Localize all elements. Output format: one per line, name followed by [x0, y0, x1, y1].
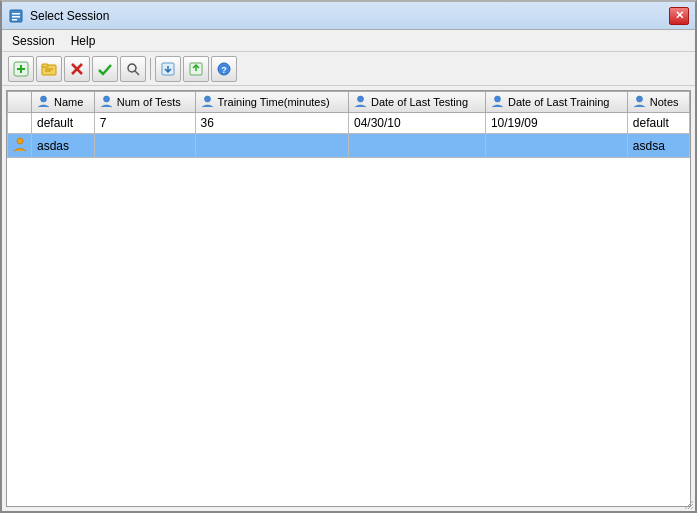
cell-last-training: 10/19/09	[485, 113, 627, 134]
last-testing-col-icon	[354, 95, 368, 109]
svg-point-22	[103, 96, 109, 102]
svg-point-21	[41, 96, 47, 102]
col-label-num-tests: Num of Tests	[117, 96, 181, 108]
table-container[interactable]: Name Num of Te	[6, 90, 691, 507]
col-label-last-training: Date of Last Training	[508, 96, 610, 108]
export-button[interactable]	[155, 56, 181, 82]
import-button[interactable]	[183, 56, 209, 82]
cell-training-time	[195, 134, 348, 158]
svg-line-14	[135, 71, 139, 75]
delete-button[interactable]	[64, 56, 90, 82]
row-icon-cell	[8, 113, 32, 134]
col-header-training-time[interactable]: Training Time(minutes)	[195, 92, 348, 113]
col-label-training-time: Training Time(minutes)	[218, 96, 330, 108]
row-icon-cell	[8, 134, 32, 158]
menu-session[interactable]: Session	[6, 33, 61, 49]
menu-bar: Session Help	[2, 30, 695, 52]
notes-col-icon	[633, 95, 647, 109]
training-time-col-icon	[201, 95, 215, 109]
search-button[interactable]	[120, 56, 146, 82]
cell-num-tests: 7	[94, 113, 195, 134]
cell-name: asdas	[32, 134, 95, 158]
svg-rect-2	[12, 16, 20, 18]
col-header-last-training[interactable]: Date of Last Training	[485, 92, 627, 113]
svg-line-30	[691, 507, 693, 509]
menu-help[interactable]: Help	[65, 33, 102, 49]
cell-last-testing	[348, 134, 485, 158]
svg-point-25	[494, 96, 500, 102]
table-row[interactable]: default 7 36 04/30/10 10/19/09 default	[8, 113, 690, 134]
content-area: Name Num of Te	[2, 86, 695, 511]
help-button[interactable]: ?	[211, 56, 237, 82]
title-bar-left: Select Session	[8, 8, 109, 24]
toolbar-separator-1	[150, 58, 151, 80]
window-title: Select Session	[30, 9, 109, 23]
svg-rect-3	[12, 19, 17, 21]
close-button[interactable]: ✕	[669, 7, 689, 25]
cell-name: default	[32, 113, 95, 134]
main-window: Select Session ✕ Session Help	[0, 0, 697, 513]
svg-point-27	[17, 138, 23, 144]
cell-notes: asdsa	[627, 134, 689, 158]
col-header-notes[interactable]: Notes	[627, 92, 689, 113]
col-header-name[interactable]: Name	[32, 92, 95, 113]
cell-last-training	[485, 134, 627, 158]
open-button[interactable]	[36, 56, 62, 82]
window-icon	[8, 8, 24, 24]
toolbar: ?	[2, 52, 695, 86]
svg-rect-8	[42, 64, 48, 67]
table-header-row: Name Num of Te	[8, 92, 690, 113]
title-bar: Select Session ✕	[2, 2, 695, 30]
cell-last-testing: 04/30/10	[348, 113, 485, 134]
resize-handle[interactable]	[683, 499, 695, 511]
svg-point-23	[204, 96, 210, 102]
svg-point-26	[636, 96, 642, 102]
add-button[interactable]	[8, 56, 34, 82]
session-table: Name Num of Te	[7, 91, 690, 158]
cell-notes: default	[627, 113, 689, 134]
svg-point-24	[357, 96, 363, 102]
col-header-num-tests[interactable]: Num of Tests	[94, 92, 195, 113]
name-col-icon	[37, 95, 51, 109]
cell-num-tests	[94, 134, 195, 158]
col-header-icon	[8, 92, 32, 113]
last-training-col-icon	[491, 95, 505, 109]
svg-point-13	[128, 64, 136, 72]
svg-rect-1	[12, 13, 20, 15]
num-tests-col-icon	[100, 95, 114, 109]
col-header-last-testing[interactable]: Date of Last Testing	[348, 92, 485, 113]
col-label-name: Name	[54, 96, 83, 108]
cell-training-time: 36	[195, 113, 348, 134]
col-label-notes: Notes	[650, 96, 679, 108]
svg-text:?: ?	[221, 65, 227, 75]
col-label-last-testing: Date of Last Testing	[371, 96, 468, 108]
confirm-button[interactable]	[92, 56, 118, 82]
table-row[interactable]: asdas asdsa	[8, 134, 690, 158]
